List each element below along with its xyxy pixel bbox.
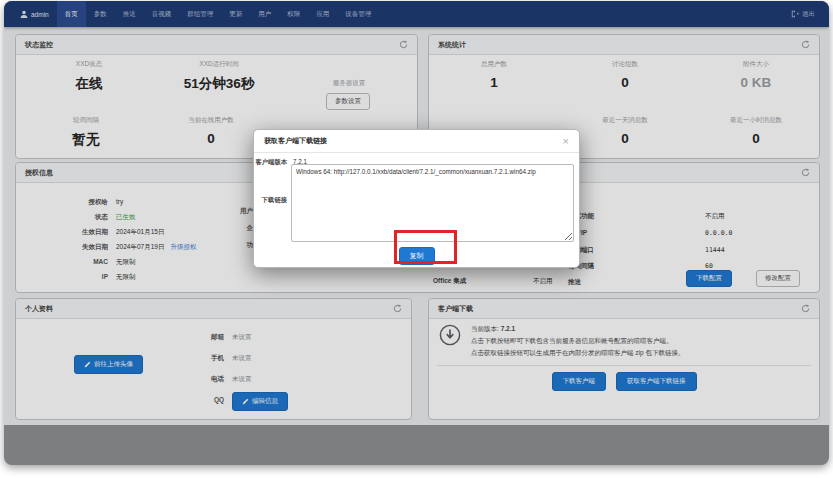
- client-version-label: 客户端版本: [254, 158, 287, 167]
- close-icon[interactable]: ×: [563, 136, 569, 147]
- annotation-rectangle: [394, 230, 457, 264]
- modal-title: 获取客户端下载链接: [264, 136, 327, 146]
- download-link-label: 下载链接: [254, 196, 287, 205]
- modal-header: 获取客户端下载链接 ×: [254, 130, 579, 153]
